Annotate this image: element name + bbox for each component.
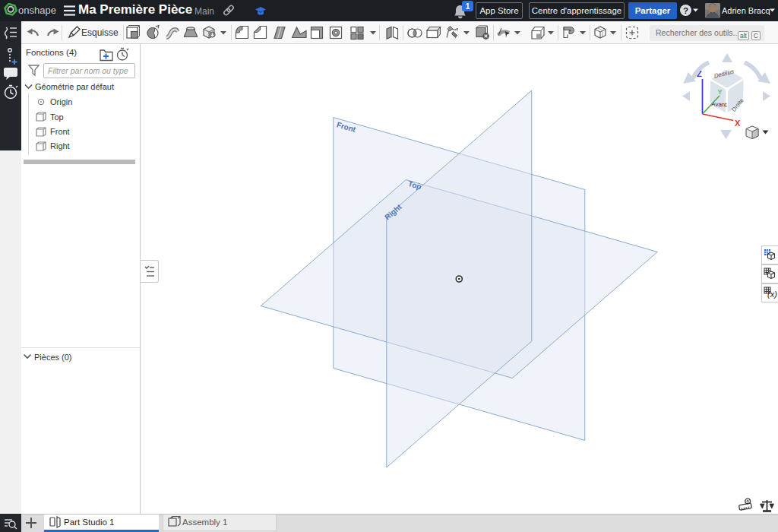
svg-text:onshape: onshape [18, 5, 56, 16]
svg-text:(x): (x) [767, 290, 777, 299]
svg-text:?: ? [683, 6, 688, 15]
svg-text:X: X [735, 119, 741, 128]
svg-text:1: 1 [466, 2, 470, 11]
svg-text:Y: Y [718, 88, 723, 96]
